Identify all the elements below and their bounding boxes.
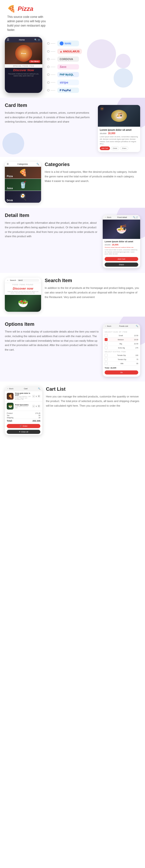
tech-item-paypal: P PayPal bbox=[47, 88, 140, 93]
cart-order-button[interactable]: 🛒 Order bbox=[7, 424, 40, 428]
line-paypal bbox=[51, 90, 55, 91]
card-item-title: Card Item bbox=[5, 102, 94, 108]
cart-section-desc: Here you can manage the selected product… bbox=[46, 394, 140, 408]
size-big-price: 22.50 bbox=[134, 343, 138, 345]
detail-hero-image: 🍜 bbox=[103, 220, 140, 239]
cart-search-icon: 🔍 bbox=[38, 388, 40, 390]
back-btn-cart[interactable]: ← Back bbox=[7, 388, 13, 390]
hero-section: ☰ Home 🔍 🛒 Pizza Our Menu SPECIAL FOOD I… bbox=[0, 34, 145, 98]
category-drink[interactable]: 🍳 Drink bbox=[5, 191, 41, 203]
discover-now-label: Discover Now bbox=[5, 68, 42, 72]
cart-tax-label: Tax bbox=[7, 414, 9, 416]
drink-cat-img: 🍳 Drink bbox=[5, 191, 41, 203]
detail-price-old: 20,000 bbox=[105, 244, 111, 246]
category-pizza[interactable]: 🍕 Pizza bbox=[5, 167, 41, 179]
back-btn-search[interactable]: ← bbox=[7, 279, 9, 281]
pizza-cat-img: 🍕 Pizza bbox=[5, 167, 41, 179]
product-card-image: 10 🍜 bbox=[98, 105, 140, 127]
size-extrabig-name: Extra big bbox=[118, 347, 125, 349]
options-section: Options Item There will be a modal displ… bbox=[0, 317, 145, 381]
extra-tomato2-name: Tomato Dip bbox=[118, 359, 126, 360]
size-big[interactable]: Big 22.50 bbox=[105, 342, 138, 346]
logo-area: 🍕 Pizza bbox=[7, 5, 138, 13]
search-cart-icons: 🔍 🛒 bbox=[34, 39, 40, 41]
hamburger-cat-icon: ☰ bbox=[7, 163, 9, 165]
cart-section-text: Cart List Here you can manage the select… bbox=[46, 386, 140, 408]
detail-phone-title: Food detail bbox=[117, 216, 127, 218]
cart-qty-plus-1[interactable]: + bbox=[37, 395, 40, 398]
card-item-section: Card Item Includes images of products, p… bbox=[0, 98, 145, 157]
food-found-label: FOOD ITEMS FOUND bbox=[5, 283, 41, 286]
search-input-box[interactable]: item3 bbox=[17, 279, 39, 282]
search-food-icon: 🥗 bbox=[18, 298, 29, 308]
ionic-icon bbox=[60, 41, 63, 45]
categories-phone-title: Categories bbox=[18, 163, 28, 165]
pizza-cat-icon: 🍕 bbox=[19, 169, 27, 177]
header-section: 🍕 Pizza This source code come with admin… bbox=[0, 0, 145, 34]
dot-paypal bbox=[47, 89, 50, 91]
extra-tomato1[interactable]: Tomato Dip 100 bbox=[105, 353, 138, 358]
dot-cordova bbox=[47, 58, 50, 60]
cart-item-2-img: 🥗 bbox=[7, 403, 13, 409]
detail-food-icon: 🍜 bbox=[116, 224, 127, 234]
paypal-label: P PayPal bbox=[60, 89, 71, 92]
categories-section: ☰ Categories 🔍 🍕 Pizza 🥤 Juice 🍳 Drink C… bbox=[0, 157, 145, 208]
order-btn-overlay[interactable]: Our Menu bbox=[29, 60, 40, 63]
extra-milk-check[interactable] bbox=[105, 362, 108, 365]
connector-ionic bbox=[47, 42, 55, 44]
extra-milk-price: 55 bbox=[136, 363, 138, 364]
dot-sass bbox=[47, 66, 50, 68]
extra-milk-name: Milk bbox=[120, 363, 123, 364]
blob-card-2 bbox=[2, 133, 24, 154]
extra-tomato1-check[interactable] bbox=[105, 354, 108, 356]
size-small-name: Small bbox=[119, 335, 123, 336]
category-juice[interactable]: 🥤 Juice bbox=[5, 179, 41, 191]
options-text: Options Item There will be a modal displ… bbox=[5, 321, 99, 352]
product-description: Lorem ipsum dolor sit amet, consectetur … bbox=[100, 135, 138, 145]
extra-tomato2[interactable]: Tomato Dip 75 bbox=[105, 358, 138, 362]
detail-body: Lorem ipsum dolor sit amet 20,000 18,005… bbox=[103, 239, 140, 268]
size-medium-check[interactable]: ✓ bbox=[105, 338, 108, 341]
cart-tax-row: Tax 50 bbox=[7, 414, 40, 416]
cart-item-2-qty: - 1 + bbox=[32, 405, 40, 408]
cart-item-1-info: Grup grain dolor is amet Grup grain Medi… bbox=[15, 392, 31, 400]
size-medium[interactable]: ✓ Medium 19.00 bbox=[105, 338, 138, 342]
size-small-price: 13.50 bbox=[134, 335, 138, 336]
back-btn-options[interactable]: ← Back bbox=[105, 325, 111, 327]
options-order-btn[interactable]: Ok bbox=[105, 370, 138, 374]
add-cart-button[interactable]: Add Cart bbox=[100, 147, 110, 150]
extra-tomato2-check[interactable] bbox=[105, 358, 108, 361]
size-small[interactable]: Small 13.50 bbox=[105, 334, 138, 338]
size-extrabig-check[interactable] bbox=[105, 346, 108, 349]
extra-item-label: SELECT EXTRA ITEM bbox=[105, 351, 138, 352]
size-small-check[interactable] bbox=[105, 334, 108, 337]
options-desc: There will be a modal display of customi… bbox=[5, 330, 99, 352]
detail-button[interactable]: Detail bbox=[111, 147, 119, 150]
cart-qty-plus-2[interactable]: + bbox=[37, 405, 40, 408]
cart-subtotal-value: 170.45 bbox=[35, 412, 40, 414]
size-big-check[interactable] bbox=[105, 342, 108, 345]
share-button[interactable]: Share bbox=[120, 147, 128, 150]
detail-share-btn[interactable]: Share bbox=[105, 262, 138, 267]
search-item-title: Search Item bbox=[45, 278, 140, 283]
options-table: SELECT SIZE OF ITEM Small 13.50 ✓ Medium… bbox=[103, 329, 140, 377]
size-extrabig[interactable]: Extra big 275 bbox=[105, 346, 138, 350]
cart-qty-minus-2[interactable]: - bbox=[32, 405, 35, 408]
cart-subtotal-label: Product bbox=[7, 412, 12, 414]
cart-section: ← Back Cart 🔍 🍕 Grup grain dolor is amet… bbox=[0, 381, 145, 442]
detail-add-cart-btn[interactable]: Add Cart bbox=[105, 257, 138, 261]
cart-qty-minus-1[interactable]: - bbox=[32, 395, 35, 398]
back-btn-detail[interactable]: ← Back bbox=[105, 216, 111, 218]
cart-item-1: 🍕 Grup grain dolor is amet Grup grain Me… bbox=[5, 391, 42, 402]
connector-mysql bbox=[47, 73, 55, 76]
detail-item-desc: Here you will get specific information a… bbox=[5, 221, 99, 239]
search-discover-label: Discover now bbox=[5, 286, 41, 291]
cart-item-2-name: Fried Speculates bbox=[15, 404, 31, 406]
cart-clear-button[interactable]: ✕ Clear all bbox=[7, 430, 40, 434]
phone-hero-image: Pizza Our Menu bbox=[5, 42, 42, 64]
special-label: SPECIAL FOOD ITEM bbox=[5, 64, 42, 68]
extra-milk[interactable]: Milk 55 bbox=[105, 362, 138, 366]
ionic-logo: ionic bbox=[57, 40, 79, 46]
cart-qty-val-2: 1 bbox=[36, 405, 37, 407]
cart-item-1-qty: - 1 + bbox=[32, 395, 40, 398]
